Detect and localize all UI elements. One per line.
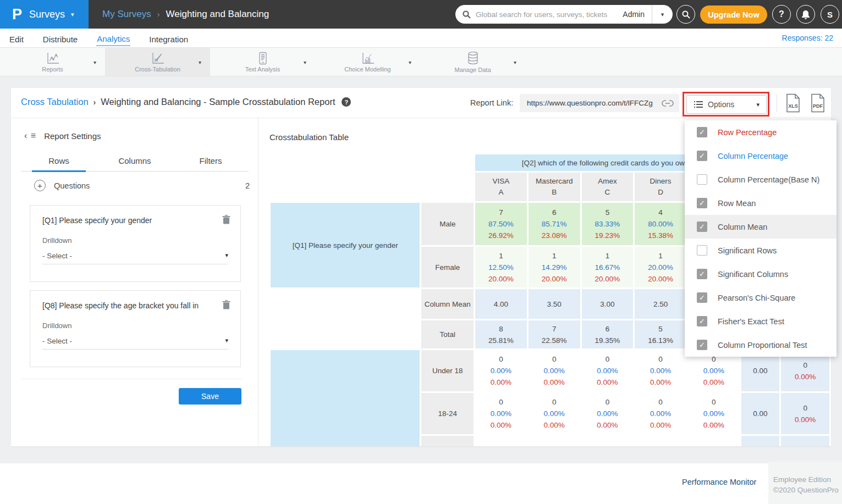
drilldown-select[interactable]: - Select -▾ bbox=[42, 252, 228, 264]
menu-item-row-percentage[interactable]: ✓Row Percentage bbox=[685, 120, 837, 144]
toolbar-item-cross-tabulation[interactable]: Cross-Tabulation▾ bbox=[105, 48, 210, 76]
toolbar-item-text-analysis[interactable]: Text Analysis▾ bbox=[210, 48, 315, 76]
settings-tab-filters[interactable]: Filters bbox=[173, 153, 249, 171]
tab-distribute[interactable]: Distribute bbox=[42, 31, 78, 46]
product-switcher[interactable]: P Surveys ▾ bbox=[0, 0, 89, 29]
toolbar-item-label: Reports bbox=[42, 66, 63, 73]
text-report-icon bbox=[256, 52, 270, 65]
questions-count: 2 bbox=[245, 181, 250, 190]
save-button[interactable]: Save bbox=[179, 388, 241, 405]
unchecked-checkbox[interactable] bbox=[697, 245, 707, 256]
user-avatar[interactable]: S bbox=[821, 5, 839, 24]
checked-checkbox[interactable]: ✓ bbox=[697, 221, 707, 232]
chevron-down-icon: ▾ bbox=[225, 252, 228, 260]
analytics-toolbar: Reports▾Cross-Tabulation▾Text Analysis▾C… bbox=[0, 48, 842, 76]
menu-item-significant-columns[interactable]: ✓Significant Columns bbox=[685, 262, 837, 286]
menu-item-column-percentage[interactable]: ✓Column Percentage bbox=[685, 144, 837, 168]
row-question-label: [Q1] Please specify your gender bbox=[271, 203, 420, 287]
delete-icon[interactable] bbox=[222, 215, 230, 224]
drilldown-label: Drilldown bbox=[42, 322, 240, 330]
checked-checkbox[interactable]: ✓ bbox=[697, 269, 707, 279]
divider bbox=[777, 95, 777, 112]
column-header: AmexC bbox=[582, 173, 634, 201]
menu-item-label: Pearson's Chi-Square bbox=[718, 293, 795, 302]
menu-item-row-mean[interactable]: ✓Row Mean bbox=[685, 191, 837, 215]
crosstab-cell: 120.00%20.00% bbox=[635, 247, 686, 287]
row-mean-cell: 0.00 bbox=[741, 393, 780, 434]
menu-item-pearson-s-chi-square[interactable]: ✓Pearson's Chi-Square bbox=[685, 286, 837, 309]
checked-checkbox[interactable]: ✓ bbox=[697, 292, 707, 303]
chevron-down-icon[interactable]: ▾ bbox=[514, 59, 516, 65]
checked-checkbox[interactable]: ✓ bbox=[697, 316, 707, 326]
report-link-input[interactable] bbox=[520, 99, 662, 107]
total-cell: 00.00% bbox=[781, 393, 829, 434]
link-icon[interactable] bbox=[662, 100, 674, 107]
crosstab-cell: 00.00%0.00% bbox=[529, 393, 580, 434]
report-settings-title: Report Settings bbox=[44, 131, 101, 141]
menu-item-label: Row Percentage bbox=[718, 128, 777, 137]
chevron-down-icon[interactable]: ▾ bbox=[409, 59, 411, 65]
crosstab-cell: 00.00%0.00% bbox=[688, 393, 740, 434]
report-header: Cross Tabulation › Weighting and Balanci… bbox=[11, 88, 831, 118]
toolbar-item-manage-data[interactable]: Manage Data▾ bbox=[420, 48, 525, 76]
breadcrumb: My Surveys › Weighting and Balancing bbox=[102, 0, 269, 29]
drilldown-label: Drilldown bbox=[42, 236, 240, 245]
search-button[interactable] bbox=[676, 5, 695, 24]
settings-tab-columns[interactable]: Columns bbox=[97, 153, 173, 171]
crosstab-cell: 00.00%0.00% bbox=[582, 350, 634, 391]
unchecked-checkbox[interactable] bbox=[697, 174, 707, 185]
help-button[interactable]: ? bbox=[772, 5, 791, 24]
export-pdf-button[interactable]: PDF bbox=[810, 93, 826, 113]
delete-icon[interactable] bbox=[222, 300, 230, 309]
toolbar-item-reports[interactable]: Reports▾ bbox=[0, 48, 105, 76]
global-search-input[interactable] bbox=[476, 10, 620, 19]
edition-label: Employee Edition bbox=[773, 474, 842, 485]
crosstab-cell: 00.00%0.00% bbox=[635, 350, 686, 391]
toolbar-item-choice-modelling[interactable]: Choice Modelling▾ bbox=[315, 48, 420, 76]
performance-monitor-link[interactable]: Performance Monitor bbox=[682, 478, 756, 486]
notifications-button[interactable] bbox=[796, 5, 815, 24]
edition-box: Employee Edition ©2020 QuestionPro bbox=[768, 462, 842, 504]
total-cell: 722.58% bbox=[529, 320, 580, 348]
checked-checkbox[interactable]: ✓ bbox=[697, 198, 707, 208]
column-mean-cell: 3.00 bbox=[582, 289, 634, 319]
drilldown-select[interactable]: - Select -▾ bbox=[42, 337, 228, 350]
menu-item-column-proportional-test[interactable]: ✓Column Proportional Test bbox=[685, 333, 837, 357]
crosstab-cell: 583.33%19.23% bbox=[582, 203, 634, 245]
tab-analytics[interactable]: Analytics bbox=[96, 30, 130, 46]
chevron-down-icon[interactable]: ▾ bbox=[304, 59, 306, 65]
global-search: Admin ▾ bbox=[455, 5, 673, 24]
cross-tab-chart-icon bbox=[151, 52, 165, 65]
checked-checkbox[interactable]: ✓ bbox=[697, 340, 707, 350]
upgrade-now-button[interactable]: Upgrade Now bbox=[700, 5, 767, 24]
export-xls-button[interactable]: XLS bbox=[785, 93, 801, 113]
chevron-down-icon[interactable]: ▾ bbox=[652, 11, 673, 18]
options-button[interactable]: Options ▾ bbox=[686, 95, 767, 114]
toolbar-item-label: Cross-Tabulation bbox=[135, 66, 180, 73]
survey-nav: EditDistributeAnalyticsIntegration Respo… bbox=[0, 29, 842, 48]
breadcrumb-my-surveys[interactable]: My Surveys bbox=[102, 9, 151, 20]
export-buttons: XLSPDF bbox=[785, 93, 826, 113]
collapse-panel-icon[interactable]: ‹ ≡ bbox=[24, 131, 36, 141]
search-scope-label[interactable]: Admin bbox=[620, 10, 652, 19]
options-label: Options bbox=[708, 100, 734, 109]
menu-item-column-mean[interactable]: ✓Column Mean bbox=[685, 215, 837, 239]
cross-tabulation-link[interactable]: Cross Tabulation bbox=[21, 97, 89, 107]
search-icon bbox=[463, 10, 471, 19]
chevron-down-icon[interactable]: ▾ bbox=[93, 59, 96, 65]
menu-item-column-percentage-base-n[interactable]: Column Percentage(Base N) bbox=[685, 168, 837, 191]
line-chart-icon bbox=[46, 52, 60, 65]
responses-count[interactable]: Responses: 22 bbox=[782, 34, 833, 42]
checked-checkbox[interactable]: ✓ bbox=[697, 127, 707, 137]
tab-integration[interactable]: Integration bbox=[148, 31, 189, 46]
settings-tab-rows[interactable]: Rows bbox=[21, 153, 97, 171]
checked-checkbox[interactable]: ✓ bbox=[697, 151, 707, 161]
menu-item-fisher-s-exact-test[interactable]: ✓Fisher's Exact Test bbox=[685, 309, 837, 333]
help-icon[interactable]: ? bbox=[342, 97, 351, 107]
tab-edit[interactable]: Edit bbox=[9, 31, 24, 46]
report-link-label: Report Link: bbox=[470, 98, 513, 107]
menu-item-significant-rows[interactable]: Significant Rows bbox=[685, 239, 837, 262]
add-question-button[interactable]: + bbox=[34, 180, 46, 191]
chevron-down-icon[interactable]: ▾ bbox=[199, 59, 201, 65]
divider bbox=[21, 379, 242, 379]
